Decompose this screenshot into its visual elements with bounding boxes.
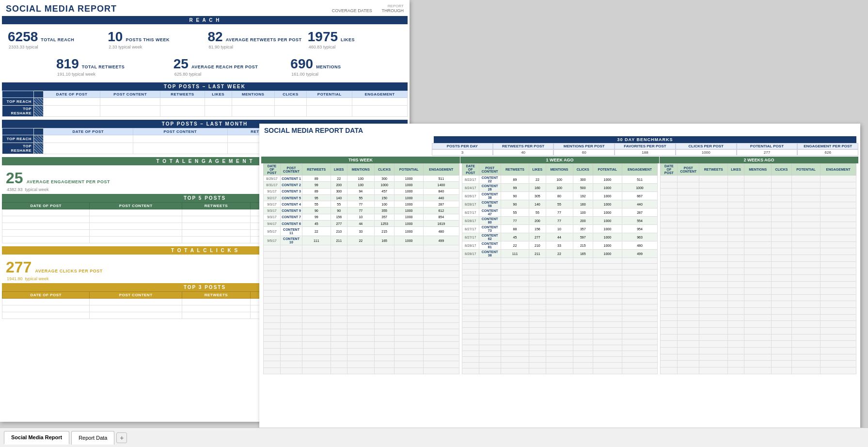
table-row <box>661 274 856 281</box>
table-row <box>264 297 459 303</box>
table-row <box>264 367 459 374</box>
reach-stats-row1: 6258 TOTAL REACH 2333.33 typical 10 POST… <box>0 24 410 54</box>
report-title: SOCIAL MEDIA REPORT <box>6 4 117 14</box>
table-row <box>264 284 459 290</box>
table-row <box>264 329 459 335</box>
stat-likes: 1975 LIKES 460.83 typical <box>305 27 405 51</box>
table-row <box>462 339 658 345</box>
table-row <box>661 248 856 255</box>
add-tab-button[interactable]: + <box>116 432 127 443</box>
data-sheet-title: SOCIAL MEDIA REPORT DATA <box>259 124 860 136</box>
col-potential: POTENTIAL <box>307 91 352 98</box>
table-row <box>264 252 459 258</box>
table-row <box>661 354 856 361</box>
benchmarks-header: 30 DAY BENCHMARKS <box>434 136 856 143</box>
table-row <box>661 241 856 248</box>
table-row <box>462 293 658 299</box>
table-row <box>462 322 658 328</box>
week-headers: THIS WEEK 1 WEEK AGO 2 WEEKS AGO <box>261 157 858 163</box>
table-row: 9/5/17CONTENT 1122210332151000480 <box>264 227 459 236</box>
table-row <box>661 235 856 241</box>
two-weeks-header: 2 WEEKS AGO <box>660 157 858 163</box>
col-retweets: RETWEETS <box>160 91 205 98</box>
table-row <box>264 258 459 264</box>
table-row: 9/5/17CONTENT 10111211221651000499 <box>264 236 459 245</box>
stat-total-retweets: 819 TOTAL RETWEETS 191.10 typical week <box>53 54 171 79</box>
table-row <box>264 348 459 354</box>
table-row <box>264 271 459 277</box>
table-row: 9/3/17CONTENT 799156103571000854 <box>264 214 459 220</box>
table-row <box>661 189 856 195</box>
taskbar: Social Media Report Report Data + <box>0 428 868 447</box>
table-row: 9/1/17CONTENT 389300944571000840 <box>264 188 459 194</box>
table-row: 8/22/17CONTENT 2289221003001000511 <box>462 176 658 184</box>
stat-avg-retweets: 82 AVERAGE RETWEETS PER POST 81.90 typic… <box>205 27 305 51</box>
this-week-table: DATE OF POST POST CONTENT RETWEETS LIKES… <box>263 163 459 374</box>
table-row: 8/27/17CONTENT 6245277445971000963 <box>462 233 658 241</box>
table-row <box>661 361 856 367</box>
table-row: 8/26/17CONTENT 3890305801921000667 <box>462 192 658 200</box>
benchmark-vals: 3 40 60 188 1000 277 626 <box>432 149 858 156</box>
table-row <box>462 310 658 316</box>
table-row <box>661 202 856 208</box>
table-row <box>462 328 658 334</box>
table-row <box>661 228 856 235</box>
table-row <box>661 334 856 341</box>
top-posts-week-table: DATE OF POST POST CONTENT RETWEETS LIKES… <box>2 91 408 117</box>
table-row <box>264 303 459 309</box>
tab-social-media-report[interactable]: Social Media Report <box>4 431 69 445</box>
table-row <box>462 334 658 339</box>
tab-report-data[interactable]: Report Data <box>71 431 114 445</box>
table-row: 9/4/17CONTENT 64527744125310001619 <box>264 221 459 227</box>
table-row <box>462 357 658 363</box>
table-row: 8/27/17CONTENT 7388156103571000954 <box>462 225 658 233</box>
stat-posts-week: 10 POSTS THIS WEEK 2.33 typical week <box>105 27 205 51</box>
table-row: 9/3/17CONTENT 45555771001000287 <box>264 201 459 208</box>
report-meta: REPORT COVERAGE DATES THROUGH <box>332 4 404 13</box>
table-row <box>264 277 459 284</box>
table-row <box>264 342 459 348</box>
col-engagement: ENGAGEMENT <box>352 91 408 98</box>
table-row <box>661 195 856 202</box>
table-row <box>462 275 658 281</box>
reach-stats-row2: 819 TOTAL RETWEETS 191.10 typical week 2… <box>0 54 410 82</box>
table-row <box>264 335 459 342</box>
table-row <box>462 316 658 322</box>
table-row: 8/29/17CONTENT 189221003001000511 <box>264 176 459 182</box>
table-row: 8/28/17CONTENT 5890140551601000440 <box>462 200 658 208</box>
table-row <box>661 308 856 315</box>
table-row <box>661 268 856 275</box>
table-row: 8/28/17CONTENT 8122210332151000480 <box>462 241 658 250</box>
col-mentions: MENTIONS <box>232 91 274 98</box>
table-row <box>264 322 459 329</box>
table-row <box>462 264 658 270</box>
table-row <box>661 348 856 354</box>
coverage-dates: COVERAGE DATES THROUGH <box>332 8 404 13</box>
col-post-content: POST CONTENT <box>100 91 160 98</box>
table-row-top-reshare: TOP RESHARE <box>2 106 408 117</box>
table-row <box>661 222 856 228</box>
col-likes: LIKES <box>205 91 232 98</box>
table-row <box>462 258 658 264</box>
table-row <box>661 261 856 268</box>
table-row <box>661 215 856 222</box>
table-row <box>264 316 459 322</box>
table-row <box>264 361 459 367</box>
table-row <box>264 310 459 316</box>
table-row <box>661 367 856 374</box>
data-tables-container: DATE OF POST POST CONTENT RETWEETS LIKES… <box>261 163 858 374</box>
table-row <box>462 368 658 374</box>
last-week-header: 1 WEEK AGO <box>460 157 659 163</box>
desktop: SOCIAL MEDIA REPORT REPORT COVERAGE DATE… <box>0 0 868 447</box>
table-row <box>264 245 459 252</box>
col-clicks: CLICKS <box>274 91 307 98</box>
stat-mentions: 690 MENTIONS 161.00 typical <box>287 54 405 79</box>
table-row <box>462 299 658 304</box>
table-row <box>264 264 459 271</box>
table-row <box>661 182 856 189</box>
table-row-top-reach: TOP REACH <box>2 98 408 106</box>
table-row <box>462 281 658 287</box>
table-row <box>661 341 856 348</box>
table-row: 8/24/17CONTENT 269916010050010001000 <box>462 184 658 192</box>
report-header: SOCIAL MEDIA REPORT REPORT COVERAGE DATE… <box>0 0 410 16</box>
